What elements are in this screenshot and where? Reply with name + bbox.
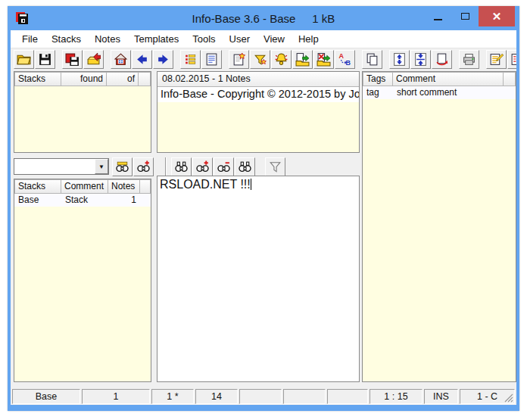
edit-note-button[interactable] (486, 50, 507, 69)
notes-list-header[interactable]: 08.02.2015 - 1 Notes (157, 72, 359, 87)
menu-templates[interactable]: Templates (127, 30, 186, 48)
stack-row[interactable]: Base Stack 1 (14, 194, 151, 207)
column-header-tags[interactable]: Tags (363, 72, 393, 86)
menu-view[interactable]: View (257, 30, 292, 48)
rotate-page-button[interactable] (432, 50, 452, 69)
main-area: Stacks found of 08.02.2015 - 1 Notes Inf… (11, 70, 516, 388)
find-button[interactable] (112, 157, 133, 176)
new-note-button[interactable] (229, 50, 249, 69)
funnel-icon (268, 160, 282, 174)
column-header-comment[interactable]: Comment (61, 179, 108, 194)
stack-list-panel: Stacks Comment Notes Base Stack 1 (14, 179, 151, 382)
search-toolbar: ▼ (14, 157, 286, 176)
stacks-found-panel: Stacks found of (14, 71, 151, 153)
print-icon (462, 52, 476, 67)
column-header-filler (140, 179, 151, 194)
app-icon (14, 10, 30, 26)
column-header-found[interactable]: found (61, 72, 107, 86)
edit-template-button[interactable] (507, 50, 516, 69)
find-add-button[interactable] (133, 157, 154, 176)
stack-list-header-row: Stacks Comment Notes (14, 179, 151, 194)
note-view-button[interactable] (201, 50, 222, 69)
sort-a-b-button[interactable]: AB (335, 50, 355, 69)
sort-a-b-icon: AB (338, 52, 352, 67)
status-cursor-position: 1 : 15 (370, 389, 423, 404)
save-floppy-icon (38, 52, 52, 67)
menu-tools[interactable]: Tools (186, 30, 222, 48)
save-all-icon (65, 52, 80, 67)
chevron-down-icon: ▼ (98, 163, 104, 170)
column-header-of[interactable]: of (107, 72, 139, 86)
note-editor[interactable]: RSLOAD.NET !!! (157, 176, 360, 382)
desktop: Info-Base 3.6 - Base1 kB ✕ File Stacks N… (0, 0, 527, 420)
stacks-found-header-row: Stacks found of (14, 72, 151, 86)
back-button[interactable] (132, 50, 152, 69)
search-remove-button[interactable] (214, 157, 234, 176)
column-header-filler (139, 72, 151, 86)
open-button[interactable] (14, 50, 34, 69)
close-button[interactable]: ✕ (479, 6, 515, 26)
window-content: File Stacks Notes Templates Tools User V… (11, 30, 516, 405)
home-button[interactable] (111, 50, 131, 69)
edit-note-icon (489, 52, 504, 67)
close-icon: ✕ (492, 10, 502, 23)
notes-list-panel: 08.02.2015 - 1 Notes Info-Base - Copyrig… (157, 71, 360, 153)
file-size: 1 kB (312, 12, 335, 25)
print-button[interactable] (459, 50, 479, 69)
combo-dropdown-button[interactable]: ▼ (95, 159, 108, 174)
filter-star-button[interactable] (250, 50, 270, 69)
main-toolbar: AB (11, 48, 516, 70)
status-pane-empty-3 (327, 389, 368, 404)
search-input[interactable] (14, 159, 95, 174)
delete-export-icon (317, 52, 331, 67)
resize-grip[interactable] (504, 393, 513, 403)
send-icon (86, 52, 101, 67)
column-header-stacks[interactable]: Stacks (14, 72, 61, 86)
column-header-stacks[interactable]: Stacks (14, 179, 61, 194)
save-button[interactable] (35, 50, 55, 69)
tags-panel: Tags Comment tag short comment (362, 71, 516, 382)
status-insert-mode: INS (424, 389, 458, 404)
menu-user[interactable]: User (223, 30, 257, 48)
search-all-button[interactable] (171, 157, 192, 176)
minimize-button[interactable] (424, 6, 451, 26)
note-list-item[interactable]: Info-Base - Copyright © 2012-2015 by Joc… (157, 87, 359, 102)
save-all-button[interactable] (62, 50, 83, 69)
filter-button[interactable] (265, 157, 285, 176)
tag-row[interactable]: tag short comment (363, 86, 516, 99)
send-button[interactable] (83, 50, 104, 69)
fit-height-icon (392, 52, 407, 67)
search-button[interactable] (235, 157, 255, 176)
filter-star-icon (253, 52, 267, 67)
menu-notes[interactable]: Notes (88, 30, 127, 48)
forward-button[interactable] (153, 50, 173, 69)
menu-help[interactable]: Help (292, 30, 326, 48)
expand-vertical-button[interactable] (410, 50, 431, 69)
home-icon (114, 52, 128, 67)
copy-button[interactable] (362, 50, 382, 69)
column-header-notes[interactable]: Notes (108, 179, 140, 194)
alarm-button[interactable] (271, 50, 292, 69)
new-note-icon (232, 52, 246, 67)
menu-stacks[interactable]: Stacks (45, 30, 88, 48)
status-bar: Base 1 1 * 14 1 : 15 INS 1 - C (11, 388, 516, 405)
status-note-index: 1 * (151, 389, 194, 404)
search-divider (165, 157, 167, 176)
app-window: Info-Base 3.6 - Base1 kB ✕ File Stacks N… (8, 6, 519, 411)
list-button[interactable] (180, 50, 201, 69)
stack-notes-cell: 1 (108, 194, 140, 207)
column-header-filler (504, 72, 516, 86)
column-header-comment[interactable]: Comment (393, 72, 504, 86)
search-add-button[interactable] (192, 157, 213, 176)
svg-text:A: A (339, 52, 345, 60)
fit-height-button[interactable] (389, 50, 410, 69)
tag-comment-cell: short comment (393, 86, 516, 99)
menu-file[interactable]: File (15, 30, 45, 48)
export-note-button[interactable] (292, 50, 313, 69)
title-bar[interactable]: Info-Base 3.6 - Base1 kB ✕ (8, 6, 519, 30)
status-pane-empty-1 (239, 389, 282, 404)
binoculars-icon (238, 160, 252, 174)
search-combo[interactable]: ▼ (14, 158, 109, 175)
delete-export-button[interactable] (313, 50, 334, 69)
maximize-button[interactable] (451, 6, 479, 26)
